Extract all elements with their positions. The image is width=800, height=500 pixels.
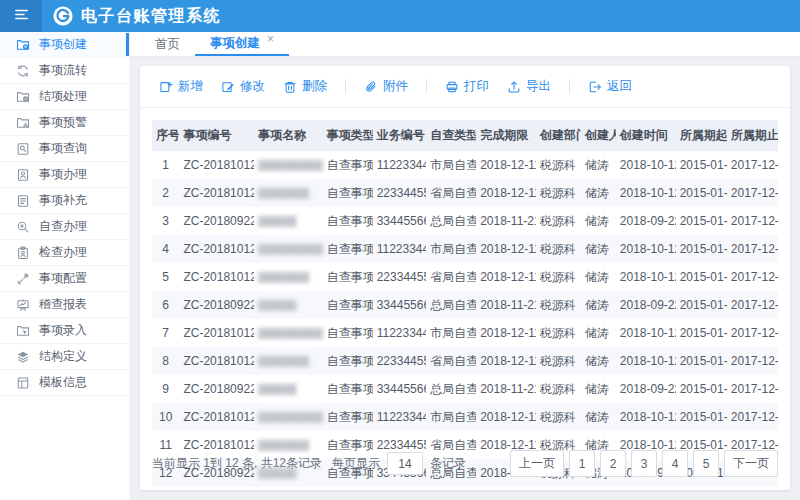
- column-header-creator: 创建人: [581, 120, 616, 151]
- print-button[interactable]: 打印: [436, 74, 498, 99]
- cell-create-dept: 税源科: [536, 151, 581, 179]
- table-container: 序号事项编号事项名称事项类型业务编号自查类型完成期限创建部门创建人创建时间所属期…: [140, 108, 790, 440]
- cell-deadline: 2018-12-11: [476, 347, 536, 375]
- table-row[interactable]: 3ZC-2018092233██████自查事项33445566总局自查2018…: [152, 207, 778, 235]
- cell-period-start: 2015-01-01: [676, 235, 727, 263]
- back-button[interactable]: 返回: [579, 74, 641, 99]
- prev-page-button[interactable]: 上一页: [510, 450, 564, 477]
- main-area: 首页事项创建× 新增修改删除附件打印导出返回 序号事项编号事项名称事项类型业务编…: [130, 32, 800, 500]
- sidebar-item-item-create[interactable]: 事项创建: [0, 32, 129, 58]
- menu-toggle-button[interactable]: [0, 0, 42, 32]
- magnifier-icon: [16, 220, 30, 234]
- cell-item-no: ZC-2018101211: [179, 403, 254, 431]
- cell-period-end: 2017-12-31: [727, 151, 778, 179]
- cell-period-start: 2015-01-01: [676, 179, 727, 207]
- sidebar-item-template-info[interactable]: 模板信息: [0, 370, 129, 396]
- sidebar-item-item-flow[interactable]: 事项流转: [0, 58, 129, 84]
- add-button[interactable]: 新增: [150, 74, 212, 99]
- delete-button[interactable]: 删除: [274, 74, 336, 99]
- cell-deadline: 2018-12-11: [476, 235, 536, 263]
- sidebar-item-self-check[interactable]: 自查办理: [0, 214, 129, 240]
- doc-search-icon: [16, 142, 30, 156]
- cell-period-end: 2017-12-31: [727, 207, 778, 235]
- cell-period-end: 2017-12-31: [727, 347, 778, 375]
- edit-button[interactable]: 修改: [212, 74, 274, 99]
- table-row[interactable]: 9ZC-2018092233██████自查事项33445566总局自查2018…: [152, 375, 778, 403]
- sidebar-item-audit-report[interactable]: 稽查报表: [0, 292, 129, 318]
- tab-item-create[interactable]: 事项创建×: [195, 32, 289, 56]
- table-row[interactable]: 4ZC-2018101211███████████自查事项11223344市局自…: [152, 235, 778, 263]
- cell-biz-no: 22334455: [373, 179, 427, 207]
- cell-deadline: 2018-12-11: [476, 263, 536, 291]
- cell-seq: 9: [152, 375, 179, 403]
- page-5-button[interactable]: 5: [693, 450, 719, 477]
- sidebar-item-inspect-handle[interactable]: 检查办理: [0, 240, 129, 266]
- page-1-button[interactable]: 1: [569, 450, 595, 477]
- folder-plus-icon: [16, 38, 30, 52]
- cell-create-time: 2018-09-22: [616, 375, 676, 403]
- per-page-suffix: 条记录: [430, 455, 466, 472]
- edit-icon: [221, 80, 235, 94]
- doc-lines-icon: [16, 194, 30, 208]
- cell-period-start: 2015-01-01: [676, 347, 727, 375]
- cell-creator: 储涛: [581, 319, 616, 347]
- sidebar-item-item-close[interactable]: 结项处理: [0, 84, 129, 110]
- toolbar-divider: [569, 79, 570, 94]
- cell-period-end: 2017-12-31: [727, 263, 778, 291]
- cell-create-time: 2018-10-12: [616, 179, 676, 207]
- cell-create-dept: 税源科: [536, 179, 581, 207]
- export-button[interactable]: 导出: [498, 74, 560, 99]
- cell-create-time: 2018-09-22: [616, 291, 676, 319]
- tab-close-icon[interactable]: ×: [267, 32, 274, 46]
- cell-self-check-type: 省局自查: [426, 347, 476, 375]
- page-3-button[interactable]: 3: [631, 450, 657, 477]
- sidebar: 事项创建事项流转结项处理事项预警事项查询事项办理事项补充自查办理检查办理事项配置…: [0, 32, 130, 500]
- column-header-deadline: 完成期限: [476, 120, 536, 151]
- cell-period-end: 2017-12-31: [727, 403, 778, 431]
- cell-item-no: ZC-2018101222: [179, 347, 254, 375]
- cell-period-start: 2015-01-01: [676, 375, 727, 403]
- sidebar-item-item-warning[interactable]: 事项预警: [0, 110, 129, 136]
- table-row[interactable]: 5ZC-2018101222████████自查事项22334455省局自查20…: [152, 263, 778, 291]
- table-row[interactable]: 7ZC-2018101211███████████自查事项11223344市局自…: [152, 319, 778, 347]
- content-card: 新增修改删除附件打印导出返回 序号事项编号事项名称事项类型业务编号自查类型完成期…: [140, 66, 790, 490]
- sidebar-item-label: 事项配置: [39, 270, 87, 287]
- column-header-item-type: 事项类型: [323, 120, 373, 151]
- cell-create-dept: 税源科: [536, 263, 581, 291]
- toolbar-divider: [426, 79, 427, 94]
- cell-self-check-type: 市局自查: [426, 319, 476, 347]
- add-icon: [159, 80, 173, 94]
- sidebar-item-label: 事项补充: [39, 192, 87, 209]
- app-logo-icon: [52, 5, 74, 27]
- cell-deadline: 2018-12-11: [476, 319, 536, 347]
- sidebar-item-item-supplement[interactable]: 事项补充: [0, 188, 129, 214]
- sidebar-item-structure-define[interactable]: 结构定义: [0, 344, 129, 370]
- table-row[interactable]: 1ZC-2018101211███████████自查事项11223344市局自…: [152, 151, 778, 179]
- column-header-create-time: 创建时间: [616, 120, 676, 151]
- folder-input-icon: [16, 324, 30, 338]
- cell-creator: 储涛: [581, 151, 616, 179]
- table-row[interactable]: 8ZC-2018101222████████自查事项22334455省局自查20…: [152, 347, 778, 375]
- page-2-button[interactable]: 2: [600, 450, 626, 477]
- button-label: 新增: [178, 78, 203, 95]
- attach-button[interactable]: 附件: [355, 74, 417, 99]
- tab-home[interactable]: 首页: [140, 32, 195, 56]
- sidebar-item-item-query[interactable]: 事项查询: [0, 136, 129, 162]
- table-row[interactable]: 2ZC-2018101222████████自查事项22334455省局自查20…: [152, 179, 778, 207]
- cell-item-name: ███████████: [254, 319, 323, 347]
- column-header-item-name: 事项名称: [254, 120, 323, 151]
- sidebar-item-item-config[interactable]: 事项配置: [0, 266, 129, 292]
- sidebar-item-item-handle[interactable]: 事项办理: [0, 162, 129, 188]
- cell-period-start: 2015-01-01: [676, 207, 727, 235]
- cell-biz-no: 22334455: [373, 347, 427, 375]
- cell-creator: 储涛: [581, 235, 616, 263]
- per-page-input[interactable]: [387, 452, 423, 475]
- page-4-button[interactable]: 4: [662, 450, 688, 477]
- sidebar-item-label: 事项预警: [39, 114, 87, 131]
- table-row[interactable]: 10ZC-2018101211███████████自查事项11223344市局…: [152, 403, 778, 431]
- cell-create-time: 2018-10-12: [616, 263, 676, 291]
- cell-seq: 2: [152, 179, 179, 207]
- next-page-button[interactable]: 下一页: [724, 450, 778, 477]
- table-row[interactable]: 6ZC-2018092233██████自查事项33445566总局自查2018…: [152, 291, 778, 319]
- sidebar-item-item-entry[interactable]: 事项录入: [0, 318, 129, 344]
